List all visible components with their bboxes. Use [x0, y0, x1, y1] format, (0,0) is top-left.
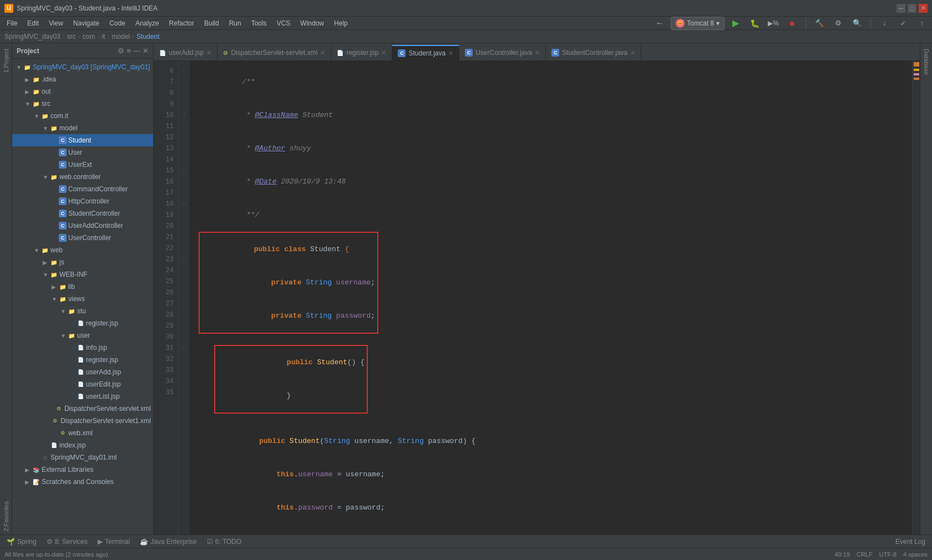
- tree-commandctrl[interactable]: C CommandController: [12, 183, 153, 195]
- tree-webcontroller[interactable]: ▼ 📁 web.controller: [12, 171, 153, 183]
- line-separator[interactable]: CRLF: [857, 551, 873, 558]
- tree-user-register-jsp[interactable]: 📄 register.jsp: [12, 354, 153, 366]
- menu-refactor[interactable]: Refactor: [165, 18, 199, 28]
- tree-extlibs[interactable]: ▶ 📚 External Libraries: [12, 464, 153, 476]
- tab-database[interactable]: Database: [921, 45, 931, 78]
- studentctrl-close[interactable]: ✕: [630, 49, 635, 57]
- tree-stu-register[interactable]: 📄 register.jsp: [12, 317, 153, 329]
- tree-userext[interactable]: C UserExt: [12, 159, 153, 171]
- settings-button[interactable]: ⚙: [830, 16, 846, 31]
- tab-favorites[interactable]: 2:Favorites: [1, 498, 11, 534]
- tree-useraddctrl[interactable]: C UserAddController: [12, 220, 153, 232]
- tree-webxml[interactable]: ⚙ web.xml: [12, 427, 153, 439]
- close-button[interactable]: ✕: [919, 4, 928, 13]
- menu-analyze[interactable]: Analyze: [131, 18, 164, 28]
- tree-scratches[interactable]: ▶ 📝 Scratches and Consoles: [12, 476, 153, 488]
- menu-help[interactable]: Help: [330, 18, 352, 28]
- menu-code[interactable]: Code: [105, 18, 130, 28]
- code-content[interactable]: /** * @ClassName Student * @Author shuyy…: [190, 61, 912, 534]
- bc-it[interactable]: it: [102, 33, 105, 40]
- useradd-close[interactable]: ✕: [206, 49, 211, 57]
- tab-register[interactable]: 📄 register.jsp ✕: [331, 45, 392, 60]
- tree-lib[interactable]: ▶ 📁 lib: [12, 281, 153, 293]
- tab-project[interactable]: 1:Project: [1, 45, 11, 76]
- fold-27[interactable]: □: [180, 298, 189, 309]
- fold-31[interactable]: □: [180, 343, 189, 354]
- tab-java-enterprise[interactable]: ☕ Java Enterprise: [135, 537, 201, 547]
- fold-23[interactable]: □: [180, 254, 189, 265]
- menu-vcs[interactable]: VCS: [272, 18, 295, 28]
- tab-services[interactable]: ⚙ 8: Services: [42, 537, 92, 547]
- tree-idea[interactable]: ▶ 📁 .idea: [12, 73, 153, 85]
- tree-index-jsp[interactable]: 📄 index.jsp: [12, 439, 153, 451]
- tree-dispatcher1-xml[interactable]: ⚙ DispatcherServlet-servlet1.xml: [12, 415, 153, 427]
- tree-out[interactable]: ▶ 📁 out: [12, 85, 153, 98]
- bc-student[interactable]: Student: [136, 33, 159, 40]
- tree-web[interactable]: ▼ 📁 web: [12, 244, 153, 256]
- bc-project[interactable]: SpringMVC_day03: [4, 33, 60, 40]
- tree-student[interactable]: C Student: [12, 134, 153, 146]
- tree-studentctrl[interactable]: C StudentController: [12, 207, 153, 220]
- tab-student[interactable]: C Student.java ✕: [392, 45, 459, 60]
- tree-views[interactable]: ▼ 📁 views: [12, 293, 153, 305]
- git-update-button[interactable]: ↓: [877, 16, 892, 31]
- tree-userlist-jsp[interactable]: 📄 userList.jsp: [12, 390, 153, 403]
- fold-6[interactable]: ┐: [180, 65, 189, 77]
- fold-35[interactable]: □: [180, 387, 189, 398]
- tree-src[interactable]: ▼ 📁 src: [12, 98, 153, 110]
- tab-useradd[interactable]: 📄 userAdd.jsp ✕: [154, 45, 217, 60]
- cursor-position[interactable]: 40:19: [835, 551, 850, 558]
- tab-studentctrl[interactable]: C StudentController.java ✕: [546, 45, 641, 60]
- tab-spring[interactable]: 🌱 Spring: [2, 537, 41, 547]
- menu-tools[interactable]: Tools: [247, 18, 271, 28]
- tab-terminal[interactable]: ▶ Terminal: [93, 537, 134, 547]
- tree-useradd-jsp[interactable]: 📄 userAdd.jsp: [12, 366, 153, 378]
- fold-11[interactable]: ─: [180, 121, 189, 132]
- minimize-panel-icon[interactable]: —: [133, 47, 140, 55]
- tree-stu[interactable]: ▼ 📁 stu: [12, 305, 153, 317]
- back-button[interactable]: ←: [652, 16, 667, 31]
- tree-model[interactable]: ▼ 📁 model: [12, 122, 153, 134]
- tomcat-dropdown[interactable]: 🐱 Tomcat 8 ▾: [671, 17, 725, 30]
- tree-dispatcher-xml[interactable]: ⚙ DispatcherServlet-servlet.xml: [12, 403, 153, 415]
- tree-user[interactable]: C User: [12, 146, 153, 159]
- tree-info-jsp[interactable]: 📄 info.jsp: [12, 342, 153, 354]
- expand-icon[interactable]: ≡: [126, 47, 131, 55]
- bc-com[interactable]: com: [83, 33, 95, 40]
- student-close[interactable]: ✕: [448, 50, 453, 57]
- fold-18[interactable]: □: [180, 198, 189, 210]
- tree-js[interactable]: ▶ 📁 js: [12, 256, 153, 268]
- run-with-coverage-button[interactable]: ▶%: [766, 16, 781, 31]
- search-button[interactable]: 🔍: [849, 16, 865, 31]
- gear-icon[interactable]: ⚙: [118, 47, 124, 55]
- tab-dispatcher[interactable]: ⚙ DispatcherServlet-servlet.xml ✕: [217, 45, 331, 60]
- fold-15[interactable]: □: [180, 165, 189, 176]
- indent-label[interactable]: 4 spaces: [903, 551, 928, 558]
- register-close[interactable]: ✕: [381, 49, 386, 57]
- menu-run[interactable]: Run: [225, 18, 246, 28]
- menu-window[interactable]: Window: [296, 18, 328, 28]
- menu-view[interactable]: View: [44, 18, 68, 28]
- menu-edit[interactable]: Edit: [23, 18, 43, 28]
- tab-userctrl[interactable]: C UserController.java ✕: [459, 45, 546, 60]
- dispatcher-close[interactable]: ✕: [320, 49, 325, 57]
- userctrl-close[interactable]: ✕: [535, 49, 540, 57]
- bc-src[interactable]: src: [67, 33, 76, 40]
- menu-file[interactable]: File: [2, 18, 22, 28]
- tab-todo[interactable]: ☑ 6: TODO: [202, 537, 246, 547]
- encoding[interactable]: UTF-8: [879, 551, 896, 558]
- stop-button[interactable]: ■: [784, 16, 800, 31]
- git-commit-button[interactable]: ✓: [895, 16, 911, 31]
- menu-navigate[interactable]: Navigate: [69, 18, 104, 28]
- window-controls[interactable]: ─ □ ✕: [896, 4, 928, 13]
- tree-comit[interactable]: ▼ 📁 com.it: [12, 110, 153, 122]
- hide-icon[interactable]: ✕: [143, 47, 149, 55]
- minimize-button[interactable]: ─: [896, 4, 905, 13]
- tree-userdir[interactable]: ▼ 📁 user: [12, 329, 153, 342]
- menu-build[interactable]: Build: [200, 18, 224, 28]
- tab-event-log[interactable]: Event Log: [891, 537, 930, 547]
- git-push-button[interactable]: ↑: [914, 16, 930, 31]
- tree-httpctrl[interactable]: C HttpController: [12, 195, 153, 207]
- tree-useredit-jsp[interactable]: 📄 userEdit.jsp: [12, 378, 153, 390]
- debug-button[interactable]: 🐛: [747, 16, 762, 31]
